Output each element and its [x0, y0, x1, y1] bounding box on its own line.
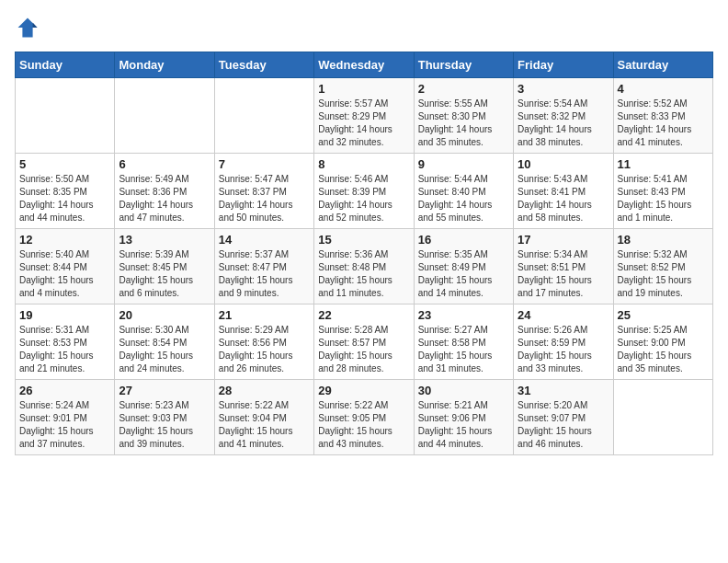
calendar-cell: 7Sunrise: 5:47 AM Sunset: 8:37 PM Daylig…: [214, 154, 313, 229]
svg-marker-1: [33, 22, 38, 28]
calendar-cell: 4Sunrise: 5:52 AM Sunset: 8:33 PM Daylig…: [613, 78, 712, 154]
day-number: 3: [518, 82, 609, 96]
day-number: 26: [19, 384, 110, 397]
calendar-week-row: 12Sunrise: 5:40 AM Sunset: 8:44 PM Dayli…: [16, 229, 713, 304]
calendar-week-row: 1Sunrise: 5:57 AM Sunset: 8:29 PM Daylig…: [16, 78, 713, 154]
calendar-cell: 19Sunrise: 5:31 AM Sunset: 8:53 PM Dayli…: [16, 304, 115, 380]
day-number: 12: [19, 233, 110, 247]
day-info: Sunrise: 5:35 AM Sunset: 8:49 PM Dayligh…: [418, 248, 509, 300]
column-header-wednesday: Wednesday: [314, 52, 414, 78]
day-number: 9: [418, 157, 509, 171]
day-info: Sunrise: 5:50 AM Sunset: 8:35 PM Dayligh…: [19, 173, 110, 224]
calendar-cell: 18Sunrise: 5:32 AM Sunset: 8:52 PM Dayli…: [613, 229, 712, 304]
logo-icon: [15, 15, 40, 40]
day-info: Sunrise: 5:34 AM Sunset: 8:51 PM Dayligh…: [518, 248, 609, 300]
calendar-cell: 23Sunrise: 5:27 AM Sunset: 8:58 PM Dayli…: [414, 304, 513, 380]
calendar-cell: 16Sunrise: 5:35 AM Sunset: 8:49 PM Dayli…: [414, 229, 513, 304]
calendar-cell: 5Sunrise: 5:50 AM Sunset: 8:35 PM Daylig…: [16, 154, 115, 229]
calendar-header-row: SundayMondayTuesdayWednesdayThursdayFrid…: [16, 52, 713, 78]
day-number: 8: [318, 157, 409, 171]
column-header-tuesday: Tuesday: [214, 52, 313, 78]
day-info: Sunrise: 5:28 AM Sunset: 8:57 PM Dayligh…: [318, 324, 409, 375]
calendar-cell: 3Sunrise: 5:54 AM Sunset: 8:32 PM Daylig…: [514, 78, 613, 154]
page-header: [15, 15, 713, 40]
day-info: Sunrise: 5:26 AM Sunset: 8:59 PM Dayligh…: [518, 324, 609, 375]
calendar-cell: 12Sunrise: 5:40 AM Sunset: 8:44 PM Dayli…: [16, 229, 115, 304]
column-header-saturday: Saturday: [613, 52, 712, 78]
day-info: Sunrise: 5:57 AM Sunset: 8:29 PM Dayligh…: [318, 98, 409, 149]
day-info: Sunrise: 5:22 AM Sunset: 9:04 PM Dayligh…: [219, 399, 310, 451]
calendar-week-row: 19Sunrise: 5:31 AM Sunset: 8:53 PM Dayli…: [16, 304, 713, 380]
calendar-cell: [613, 380, 712, 455]
calendar-cell: 27Sunrise: 5:23 AM Sunset: 9:03 PM Dayli…: [115, 380, 214, 455]
calendar-cell: [16, 78, 115, 154]
calendar-cell: 15Sunrise: 5:36 AM Sunset: 8:48 PM Dayli…: [314, 229, 414, 304]
calendar-cell: [115, 78, 214, 154]
day-number: 19: [19, 308, 110, 322]
calendar-week-row: 5Sunrise: 5:50 AM Sunset: 8:35 PM Daylig…: [16, 154, 713, 229]
day-number: 15: [318, 233, 409, 247]
calendar-cell: [214, 78, 313, 154]
calendar-table: SundayMondayTuesdayWednesdayThursdayFrid…: [15, 52, 713, 455]
day-number: 22: [318, 308, 409, 322]
day-number: 10: [518, 157, 609, 171]
calendar-week-row: 26Sunrise: 5:24 AM Sunset: 9:01 PM Dayli…: [16, 380, 713, 455]
day-info: Sunrise: 5:22 AM Sunset: 9:05 PM Dayligh…: [318, 399, 409, 451]
day-info: Sunrise: 5:39 AM Sunset: 8:45 PM Dayligh…: [119, 248, 210, 300]
calendar-cell: 20Sunrise: 5:30 AM Sunset: 8:54 PM Dayli…: [115, 304, 214, 380]
day-info: Sunrise: 5:43 AM Sunset: 8:41 PM Dayligh…: [518, 173, 609, 224]
column-header-sunday: Sunday: [16, 52, 115, 78]
day-info: Sunrise: 5:20 AM Sunset: 9:07 PM Dayligh…: [518, 399, 609, 451]
day-info: Sunrise: 5:55 AM Sunset: 8:30 PM Dayligh…: [418, 98, 509, 149]
day-number: 21: [219, 308, 310, 322]
day-info: Sunrise: 5:31 AM Sunset: 8:53 PM Dayligh…: [19, 324, 110, 375]
day-info: Sunrise: 5:36 AM Sunset: 8:48 PM Dayligh…: [318, 248, 409, 300]
calendar-cell: 11Sunrise: 5:41 AM Sunset: 8:43 PM Dayli…: [613, 154, 712, 229]
day-info: Sunrise: 5:41 AM Sunset: 8:43 PM Dayligh…: [618, 173, 709, 224]
day-info: Sunrise: 5:47 AM Sunset: 8:37 PM Dayligh…: [219, 173, 310, 224]
day-info: Sunrise: 5:49 AM Sunset: 8:36 PM Dayligh…: [119, 173, 210, 224]
day-number: 6: [119, 157, 210, 171]
day-info: Sunrise: 5:25 AM Sunset: 9:00 PM Dayligh…: [618, 324, 709, 375]
day-number: 20: [119, 308, 210, 322]
day-number: 1: [318, 82, 409, 96]
day-number: 30: [418, 384, 509, 397]
day-info: Sunrise: 5:29 AM Sunset: 8:56 PM Dayligh…: [219, 324, 310, 375]
calendar-cell: 17Sunrise: 5:34 AM Sunset: 8:51 PM Dayli…: [514, 229, 613, 304]
day-number: 2: [418, 82, 509, 96]
calendar-cell: 29Sunrise: 5:22 AM Sunset: 9:05 PM Dayli…: [314, 380, 414, 455]
calendar-cell: 14Sunrise: 5:37 AM Sunset: 8:47 PM Dayli…: [214, 229, 313, 304]
day-number: 29: [318, 384, 409, 397]
day-info: Sunrise: 5:24 AM Sunset: 9:01 PM Dayligh…: [19, 399, 110, 451]
day-info: Sunrise: 5:44 AM Sunset: 8:40 PM Dayligh…: [418, 173, 509, 224]
column-header-monday: Monday: [115, 52, 214, 78]
day-info: Sunrise: 5:52 AM Sunset: 8:33 PM Dayligh…: [618, 98, 709, 149]
day-number: 4: [618, 82, 709, 96]
day-number: 17: [518, 233, 609, 247]
calendar-cell: 9Sunrise: 5:44 AM Sunset: 8:40 PM Daylig…: [414, 154, 513, 229]
day-info: Sunrise: 5:54 AM Sunset: 8:32 PM Dayligh…: [518, 98, 609, 149]
day-number: 27: [119, 384, 210, 397]
calendar-cell: 28Sunrise: 5:22 AM Sunset: 9:04 PM Dayli…: [214, 380, 313, 455]
calendar-cell: 22Sunrise: 5:28 AM Sunset: 8:57 PM Dayli…: [314, 304, 414, 380]
calendar-cell: 13Sunrise: 5:39 AM Sunset: 8:45 PM Dayli…: [115, 229, 214, 304]
calendar-cell: 31Sunrise: 5:20 AM Sunset: 9:07 PM Dayli…: [514, 380, 613, 455]
calendar-cell: 30Sunrise: 5:21 AM Sunset: 9:06 PM Dayli…: [414, 380, 513, 455]
day-number: 23: [418, 308, 509, 322]
day-number: 25: [618, 308, 709, 322]
day-info: Sunrise: 5:27 AM Sunset: 8:58 PM Dayligh…: [418, 324, 509, 375]
day-info: Sunrise: 5:40 AM Sunset: 8:44 PM Dayligh…: [19, 248, 110, 300]
day-number: 11: [618, 157, 709, 171]
calendar-cell: 1Sunrise: 5:57 AM Sunset: 8:29 PM Daylig…: [314, 78, 414, 154]
day-info: Sunrise: 5:30 AM Sunset: 8:54 PM Dayligh…: [119, 324, 210, 375]
calendar-cell: 8Sunrise: 5:46 AM Sunset: 8:39 PM Daylig…: [314, 154, 414, 229]
day-info: Sunrise: 5:21 AM Sunset: 9:06 PM Dayligh…: [418, 399, 509, 451]
calendar-cell: 10Sunrise: 5:43 AM Sunset: 8:41 PM Dayli…: [514, 154, 613, 229]
day-number: 31: [518, 384, 609, 397]
calendar-cell: 2Sunrise: 5:55 AM Sunset: 8:30 PM Daylig…: [414, 78, 513, 154]
day-info: Sunrise: 5:32 AM Sunset: 8:52 PM Dayligh…: [618, 248, 709, 300]
day-number: 24: [518, 308, 609, 322]
calendar-cell: 6Sunrise: 5:49 AM Sunset: 8:36 PM Daylig…: [115, 154, 214, 229]
calendar-cell: 25Sunrise: 5:25 AM Sunset: 9:00 PM Dayli…: [613, 304, 712, 380]
day-number: 28: [219, 384, 310, 397]
